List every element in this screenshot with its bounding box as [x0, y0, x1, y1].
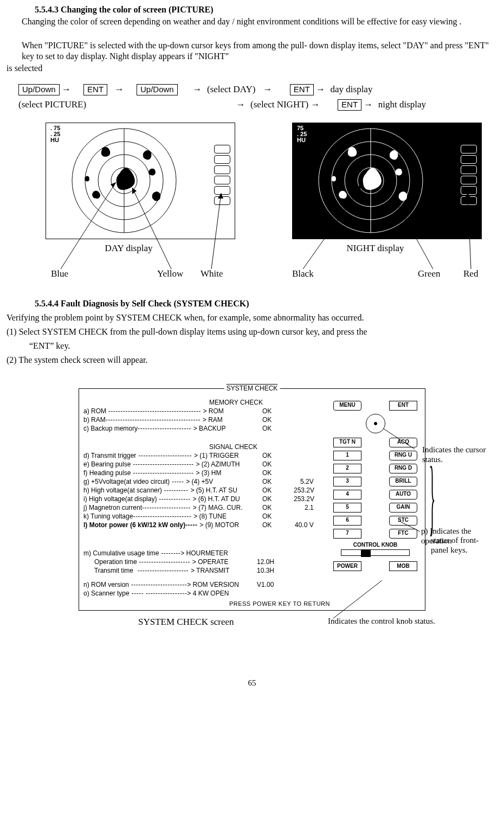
day-button-stack [214, 145, 230, 205]
callout-black: Black [292, 268, 314, 279]
system-check-title: SYSTEM CHECK [224, 385, 280, 393]
menu-button: MENU [333, 401, 361, 411]
row-k: k) Tuning voltage-----------------------… [83, 513, 227, 521]
day-softkey [214, 145, 230, 153]
key-ent-1: ENT [83, 84, 107, 95]
flow-row-1: Up/Down → ENT → Up/Down → (select DAY) →… [18, 84, 499, 95]
day-radar-col: . 75 . 25 HU D [5, 123, 252, 285]
brill-button: BRILL [389, 477, 417, 486]
num5-button: 5 [333, 503, 361, 513]
cursor-dial-icon [366, 414, 385, 433]
control-knob-label: CONTROL KNOB [333, 542, 417, 549]
rngu-button: RNG U [389, 451, 417, 460]
day-softkey [214, 196, 230, 205]
callout-white: White [201, 268, 223, 279]
label-select-day: (select DAY) [207, 84, 256, 94]
row-l: l) Motor power (6 kW/12 kW only)----- > … [83, 521, 239, 529]
acq-button: ACQ [389, 438, 417, 447]
key-ent-3: ENT [338, 99, 361, 111]
night-corner-text: 75 . 25 HU [297, 125, 307, 143]
row-h: h) High voltage(at scanner) ---------- >… [83, 486, 237, 495]
row-i: i) High voltage(at display) ------------… [83, 495, 240, 503]
night-softkey [461, 165, 477, 174]
num2-button: 2 [333, 464, 361, 473]
para-5544-intro: Verifying the problem point by SYSTEM CH… [7, 312, 499, 323]
mob-button: MOB [389, 561, 417, 571]
label-day-display: day display [331, 84, 373, 94]
callout-red: Red [463, 268, 478, 279]
row-o: o) Scanner type ----- ----------------->… [83, 590, 229, 598]
night-softkey [461, 176, 477, 184]
row-g: g) +5Vvoltage(at video circuit) ----- > … [83, 478, 213, 486]
night-softkey [461, 186, 477, 195]
row-e: e) Bearing pulse -----------------------… [83, 460, 240, 469]
row-m3: Transmit time --------------------- > TR… [83, 567, 229, 575]
note-cursor: Indicates the cursor status. [422, 445, 496, 465]
day-radar-screen: . 75 . 25 HU [46, 123, 235, 239]
night-caption: NIGHT display [252, 242, 499, 254]
row-a: a) ROM ---------------------------------… [83, 407, 224, 415]
para-5543-3: is selected [7, 63, 499, 74]
flow-row-2: (select PICTURE) → (select NIGHT) → ENT … [18, 99, 499, 111]
callout-yellow: Yellow [157, 268, 183, 279]
label-select-picture: (select PICTURE) [18, 99, 86, 110]
rngd-button: RNG D [389, 464, 417, 473]
night-button-stack [461, 145, 477, 205]
night-softkey [461, 145, 477, 153]
num3-button: 3 [333, 477, 361, 486]
day-softkey [214, 176, 230, 184]
radar-figure-row: . 75 . 25 HU D [5, 123, 499, 285]
label-select-night: (select NIGHT) [250, 99, 308, 110]
system-check-caption: SYSTEM CHECK screen [138, 616, 234, 627]
num6-button: 6 [333, 516, 361, 526]
stc-button: STC [389, 516, 417, 526]
key-ent-2: ENT [290, 84, 314, 95]
heading-5544: 5.5.4.4 Fault Diagnosis by Self Check (S… [35, 298, 499, 309]
system-check-figure: SYSTEM CHECK MEMORY CHECK SIGNAL CHECK a… [8, 385, 496, 640]
gain-button: GAIN [389, 503, 417, 513]
key-updown-1: Up/Down [18, 84, 60, 95]
note-knob: Indicates the control knob status. [328, 616, 435, 626]
night-radar-svg [316, 126, 425, 235]
callout-blue: Blue [51, 268, 68, 279]
label-night-display: night display [378, 99, 426, 110]
ftc-button: FTC [389, 529, 417, 539]
note-keys-b: status of front-panel keys. [431, 535, 496, 556]
row-m1: m) Cumulative usage time --------> HOURM… [83, 549, 228, 558]
day-radar-svg [70, 126, 178, 235]
row-n: n) ROM version -----------------------> … [83, 581, 239, 589]
row-b: b) RAM----------------------------------… [83, 416, 223, 424]
row-m2: Operation time --------------------- > O… [83, 558, 229, 566]
callout-green: Green [418, 268, 441, 279]
heading-5543: 5.5.4.3 Changing the color of screen (PI… [35, 4, 499, 15]
night-radar-col: 75 . 25 HU NIGHT displa [252, 123, 499, 285]
num1-button: 1 [333, 451, 361, 460]
para-5543-1: Changing the color of screen depending o… [22, 16, 499, 27]
row-d: d) Transmit trigger --------------------… [83, 452, 239, 460]
page-number: 65 [5, 678, 499, 688]
power-button: POWER [333, 561, 361, 571]
night-softkey [461, 196, 477, 205]
system-check-box: SYSTEM CHECK MEMORY CHECK SIGNAL CHECK a… [79, 388, 425, 611]
day-softkey [214, 165, 230, 174]
night-radar-screen: 75 . 25 HU [292, 123, 482, 239]
day-softkey [214, 186, 230, 195]
signal-check-title: SIGNAL CHECK [209, 443, 257, 451]
num4-button: 4 [333, 490, 361, 500]
row-f: f) Heading pulse -----------------------… [83, 469, 221, 477]
step-1b: “ENT” key. [29, 341, 499, 351]
control-knob-bar [341, 549, 410, 556]
row-c: c) Backup memory---------------------- >… [83, 425, 225, 433]
day-corner-text: . 75 . 25 HU [50, 125, 60, 143]
auto-button: AUTO [389, 490, 417, 500]
para-5543-2: When "PICTURE" is selected with the up-d… [22, 40, 499, 62]
key-updown-2: Up/Down [137, 84, 178, 95]
day-softkey [214, 155, 230, 164]
ent-button: ENT [389, 401, 417, 411]
num7-button: 7 [333, 529, 361, 539]
step-1: (1) Select SYSTEM CHECK from the pull-do… [7, 326, 499, 337]
step-2: (2) The system check screen will appear. [7, 355, 499, 366]
row-j: j) Magnetron current--------------------… [83, 504, 243, 512]
memory-check-title: MEMORY CHECK [209, 399, 263, 407]
tgtn-button: TGT N [333, 438, 361, 447]
